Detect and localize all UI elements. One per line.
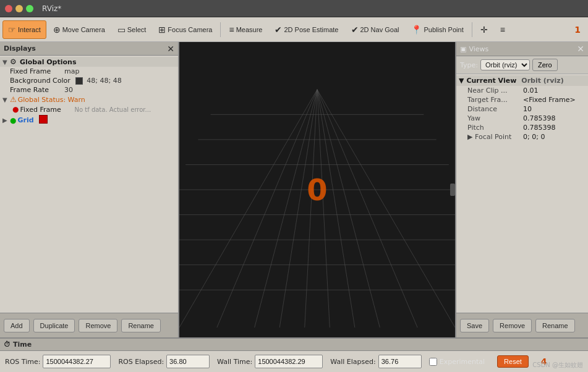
pose-estimate-icon: ✔ <box>275 25 282 35</box>
ros-time-label: ROS Time: <box>5 358 40 366</box>
near-clip-item[interactable]: Near Clip ... 0.01 <box>456 86 588 95</box>
experimental-checkbox[interactable] <box>429 358 437 366</box>
ros-elapsed-label: ROS Elapsed: <box>118 358 164 366</box>
experimental-label: Experimental <box>440 358 485 366</box>
focal-point-label: ▶ Focal Point <box>467 133 523 141</box>
expand-global-options[interactable]: ▼ <box>2 59 10 66</box>
current-view-header[interactable]: ▼ Current View Orbit (rviz) <box>456 75 588 86</box>
frame-rate-item[interactable]: Frame Rate 30 <box>0 85 178 95</box>
global-options-item[interactable]: ▼ ⚙ Global Options <box>0 57 178 67</box>
focus-camera-button[interactable]: ⊞ Focus Camera <box>153 20 218 39</box>
maximize-button[interactable] <box>26 5 33 12</box>
duplicate-display-button[interactable]: Duplicate <box>33 319 75 332</box>
save-view-button[interactable]: Save <box>460 319 489 332</box>
pitch-item[interactable]: Pitch 0.785398 <box>456 123 588 132</box>
settings-button[interactable]: ≡ <box>495 20 511 39</box>
grid-item[interactable]: ▶ ● Grid <box>0 114 178 126</box>
nav-goal-button[interactable]: ✔ 2D Nav Goal <box>346 20 405 39</box>
measure-button[interactable]: ≡ Measure <box>223 20 268 39</box>
remove-display-button[interactable]: Remove <box>79 319 117 332</box>
focus-camera-icon: ⊞ <box>158 25 166 35</box>
views-close-button[interactable]: ✕ <box>577 44 584 54</box>
ros-time-field: ROS Time: <box>5 355 111 368</box>
svg-line-13 <box>317 90 380 328</box>
zero-button[interactable]: Zero <box>532 59 558 71</box>
expand-grid[interactable]: ▶ <box>2 117 10 124</box>
move-camera-label: Move Camera <box>62 26 105 33</box>
window-controls[interactable] <box>5 5 33 12</box>
displays-title: Displays <box>4 44 36 53</box>
svg-line-14 <box>279 90 317 328</box>
global-status-label: Global Status: Warn <box>18 96 85 104</box>
target-frame-label: Target Fra... <box>467 96 523 104</box>
displays-close-button[interactable]: ✕ <box>167 44 174 54</box>
select-icon: ▭ <box>117 25 126 35</box>
fixed-frame-label2: Fixed Frame <box>20 106 69 114</box>
frame-rate-label: Frame Rate <box>10 86 59 94</box>
rename-display-button[interactable]: Rename <box>121 319 161 332</box>
global-options-label: Global Options <box>20 58 76 66</box>
interact-icon: ☞ <box>8 25 16 35</box>
bg-color-indent <box>2 77 10 84</box>
distance-item[interactable]: Distance 10 <box>456 104 588 114</box>
svg-line-11 <box>317 90 417 328</box>
fixed-frame-error-item[interactable]: ● Fixed Frame No tf data. Actual error..… <box>0 104 178 114</box>
settings-icon: ≡ <box>500 25 505 35</box>
move-camera-button[interactable]: ⊕ Move Camera <box>48 20 111 39</box>
expand-focal-point[interactable]: ▶ <box>467 133 475 141</box>
ros-time-input[interactable] <box>43 355 111 368</box>
add-display-button[interactable]: InteractAdd <box>4 319 30 332</box>
current-view-label: Current View <box>466 77 516 85</box>
minimize-button[interactable] <box>15 5 23 12</box>
toolbar: ☞ Interact ⊕ Move Camera ▭ Select ⊞ Focu… <box>0 17 588 42</box>
fixed-frame-item[interactable]: Fixed Frame map <box>0 67 178 76</box>
views-type-select[interactable]: Orbit (rviz) <box>480 59 530 70</box>
target-frame-item[interactable]: Target Fra... <Fixed Frame> <box>456 95 588 104</box>
color-swatch <box>75 77 83 85</box>
focus-camera-label: Focus Camera <box>168 26 212 33</box>
reset-button[interactable]: Reset <box>497 355 529 368</box>
ros-elapsed-input[interactable] <box>166 355 210 368</box>
resize-handle[interactable] <box>450 184 455 196</box>
publish-point-icon: 📍 <box>411 25 422 35</box>
warn-icon: ⚠ <box>10 95 17 104</box>
displays-footer: InteractAdd Duplicate Remove Rename <box>0 313 178 337</box>
svg-line-8 <box>179 90 317 328</box>
grid-checkbox[interactable] <box>39 115 48 125</box>
time-title: Time <box>13 340 32 349</box>
pose-estimate-button[interactable]: ✔ 2D Pose Estimate <box>269 20 344 39</box>
fixed-frame-value: map <box>64 67 79 75</box>
views-type-row: Type: Orbit (rviz) Zero <box>456 56 588 74</box>
add-tool-button[interactable]: ✛ <box>475 20 493 39</box>
interact-button[interactable]: ☞ Interact <box>2 20 46 39</box>
window-title: RViz* <box>42 4 61 13</box>
time-content: ROS Time: ROS Elapsed: Wall Time: Wall E… <box>0 351 588 372</box>
near-clip-label: Near Clip ... <box>467 87 523 95</box>
close-button[interactable] <box>5 5 12 12</box>
remove-view-button[interactable]: Remove <box>493 319 532 332</box>
measure-icon: ≡ <box>229 25 234 35</box>
nav-goal-icon: ✔ <box>351 25 359 35</box>
separator1 <box>220 22 221 37</box>
pose-estimate-label: 2D Pose Estimate <box>284 26 338 33</box>
expand-current-view[interactable]: ▼ <box>459 77 464 85</box>
yaw-item[interactable]: Yaw 0.785398 <box>456 114 588 123</box>
expand-status[interactable]: ▼ <box>2 96 10 103</box>
displays-header: Displays ✕ <box>0 42 178 56</box>
svg-line-12 <box>255 90 317 328</box>
displays-tree: ▼ ⚙ Global Options Fixed Frame map Backg… <box>0 56 178 313</box>
views-footer: Save Remove Rename <box>456 313 588 337</box>
wall-elapsed-label: Wall Elapsed: <box>330 358 375 366</box>
publish-point-button[interactable]: 📍 Publish Point <box>406 20 469 39</box>
focal-point-item[interactable]: ▶ Focal Point 0; 0; 0 <box>456 132 588 142</box>
fixed-frame-error: No tf data. Actual error... <box>74 106 151 113</box>
global-status-item[interactable]: ▼ ⚠ Global Status: Warn <box>0 95 178 104</box>
wall-time-input[interactable] <box>255 355 323 368</box>
background-color-item[interactable]: Background Color 48; 48; 48 <box>0 76 178 85</box>
distance-value: 10 <box>523 105 532 113</box>
3d-view[interactable]: .grid-line { stroke: #555; stroke-width:… <box>179 42 455 337</box>
wall-elapsed-input[interactable] <box>378 355 422 368</box>
rename-view-button[interactable]: Rename <box>535 319 575 332</box>
select-button[interactable]: ▭ Select <box>112 20 152 39</box>
views-header: ▣ Views ✕ <box>456 42 588 56</box>
